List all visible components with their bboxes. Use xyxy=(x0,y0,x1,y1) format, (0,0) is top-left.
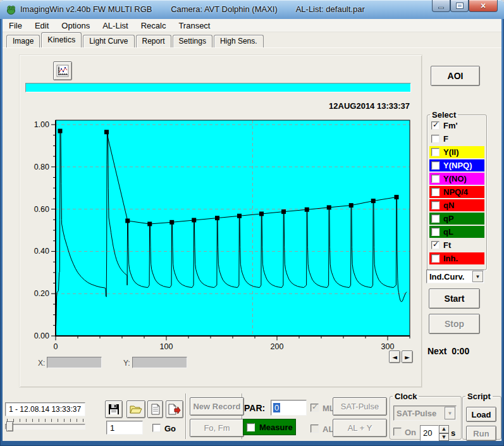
close-icon: × xyxy=(481,1,486,10)
select-label: qP xyxy=(443,214,454,223)
select-checkbox-qn[interactable] xyxy=(431,201,439,209)
clock-interval-value[interactable]: 20 xyxy=(420,425,439,441)
select-checkbox-inh[interactable] xyxy=(431,254,439,263)
title-bar[interactable]: ImagingWin v2.40b FW MULTI RGB Camera: A… xyxy=(0,0,504,19)
record-prev-button[interactable]: ◄ xyxy=(389,350,400,363)
close-button[interactable]: × xyxy=(469,0,498,12)
fm-marker xyxy=(192,218,196,222)
tab-settings[interactable]: Settings xyxy=(173,35,212,47)
al-plus-y-button[interactable]: AL + Y xyxy=(333,419,387,437)
chart-timestamp: 12AUG2014 13:33:37 xyxy=(329,101,410,111)
menu-item-edit[interactable]: Edit xyxy=(28,19,55,32)
fm-marker xyxy=(327,205,331,209)
select-checkbox-ft[interactable] xyxy=(431,241,439,249)
fm-marker xyxy=(349,203,353,208)
menu-item-options[interactable]: Options xyxy=(55,19,96,32)
tab-report[interactable]: Report xyxy=(136,35,171,47)
par-label: PAR: xyxy=(244,403,265,413)
open-record-button[interactable] xyxy=(126,400,145,418)
cursor-y-value xyxy=(132,357,187,368)
menu-item-file[interactable]: File xyxy=(3,19,28,32)
select-checkbox-qp[interactable] xyxy=(431,214,439,223)
menu-item-transect[interactable]: Transect xyxy=(172,19,216,32)
tab-light-curve[interactable]: Light Curve xyxy=(83,35,134,47)
select-row-ynpq[interactable]: Y(NPQ) xyxy=(429,159,484,171)
select-row-npq4[interactable]: NPQ/4 xyxy=(429,186,484,198)
kinetics-graph-icon xyxy=(56,65,69,77)
clock-interval-spinner[interactable]: 20 ▲ ▼ xyxy=(420,425,449,441)
fo-fm-button[interactable]: Fo, Fm xyxy=(190,419,244,437)
select-checkbox-yno[interactable] xyxy=(431,175,439,183)
select-checkbox-npq4[interactable] xyxy=(431,188,439,196)
select-panel-title: Select xyxy=(430,110,458,120)
chevron-down-icon[interactable]: ▼ xyxy=(472,271,483,282)
minimize-icon xyxy=(438,7,444,9)
app-icon xyxy=(6,4,16,15)
clock-on-checkbox[interactable] xyxy=(393,428,402,436)
al-checkbox[interactable] xyxy=(310,424,319,433)
tab-kinetics[interactable]: Kinetics xyxy=(41,32,82,47)
select-checkbox-fm[interactable] xyxy=(431,121,439,130)
camera-label: Camera: AVT Dolphin (MAXI) xyxy=(171,4,278,14)
sat-pulse-button[interactable]: SAT-Pulse xyxy=(333,397,387,416)
save-button[interactable] xyxy=(105,400,123,418)
go-checkbox[interactable] xyxy=(152,424,161,432)
fm-marker xyxy=(259,211,264,216)
spin-down-icon[interactable]: ▼ xyxy=(439,433,449,442)
next-label: Next xyxy=(427,346,446,356)
select-row-yno[interactable]: Y(NO) xyxy=(429,173,484,185)
select-label: Y(II) xyxy=(443,147,459,157)
select-row-yii[interactable]: Y(II) xyxy=(429,146,484,158)
measure-toggle[interactable]: Measure xyxy=(243,419,296,435)
select-row-inh[interactable]: Inh. xyxy=(429,252,484,264)
select-row-fm[interactable]: Fm' xyxy=(429,120,484,132)
fm-marker xyxy=(371,199,376,203)
minimize-button[interactable] xyxy=(432,0,450,12)
tab-image[interactable]: Image xyxy=(6,35,40,47)
script-group: Script Load Run xyxy=(462,392,501,440)
record-slider-thumb[interactable] xyxy=(6,421,13,431)
record-slider-track[interactable] xyxy=(5,424,85,430)
spin-up-icon[interactable]: ▲ xyxy=(439,425,449,433)
select-row-ft[interactable]: Ft xyxy=(429,239,484,251)
menu-item-recalc[interactable]: Recalc xyxy=(135,19,173,32)
client-area: FileEditOptionsAL-ListRecalcTransect Ima… xyxy=(3,19,501,441)
par-input[interactable]: 0 xyxy=(271,400,307,416)
plot-area[interactable] xyxy=(56,120,410,336)
select-label: Y(NPQ) xyxy=(443,161,472,170)
select-row-qp[interactable]: qP xyxy=(429,213,484,225)
curve-type-select[interactable]: Ind.Curv. ▼ xyxy=(426,269,484,283)
curve-type-value: Ind.Curv. xyxy=(427,272,472,282)
select-checkbox-ynpq[interactable] xyxy=(431,161,439,170)
maximize-button[interactable] xyxy=(450,0,469,12)
ml-checkbox[interactable] xyxy=(310,404,319,412)
select-checkbox-f[interactable] xyxy=(431,135,439,143)
new-record-button[interactable]: New Record xyxy=(190,397,244,416)
select-row-qn[interactable]: qN xyxy=(429,199,484,211)
stop-button[interactable]: Stop xyxy=(429,314,480,334)
report-button[interactable] xyxy=(147,400,163,418)
graph-settings-button[interactable] xyxy=(53,61,72,80)
export-document-icon xyxy=(168,404,181,415)
chevron-down-icon[interactable]: ▼ xyxy=(445,407,455,419)
record-next-button[interactable]: ► xyxy=(402,350,413,363)
select-checkbox-ql[interactable] xyxy=(431,228,439,236)
script-load-button[interactable]: Load xyxy=(466,407,496,422)
start-button[interactable]: Start xyxy=(429,288,480,309)
select-row-ql[interactable]: qL xyxy=(429,226,484,238)
x-tick-label: 200 xyxy=(271,342,284,351)
clock-mode-select[interactable]: SAT-Pulse ▼ xyxy=(393,406,457,421)
script-run-button[interactable]: Run xyxy=(466,426,496,441)
cursor-x-value xyxy=(47,357,102,368)
progress-fill xyxy=(26,84,410,92)
measure-checkbox[interactable] xyxy=(247,423,255,431)
aoi-button[interactable]: AOI xyxy=(431,66,480,86)
select-row-f[interactable]: F xyxy=(429,133,484,145)
select-checkbox-yii[interactable] xyxy=(431,148,439,156)
record-title-field[interactable]: 1 - 12.08.14 13:33:37 xyxy=(5,402,85,416)
al-list-label: AL-List: default.par xyxy=(296,4,365,14)
menu-item-al-list[interactable]: AL-List xyxy=(96,19,134,32)
export-button[interactable] xyxy=(166,400,183,418)
record-number-field[interactable]: 1 xyxy=(106,421,143,435)
tab-high-sens-[interactable]: High Sens. xyxy=(214,35,264,47)
